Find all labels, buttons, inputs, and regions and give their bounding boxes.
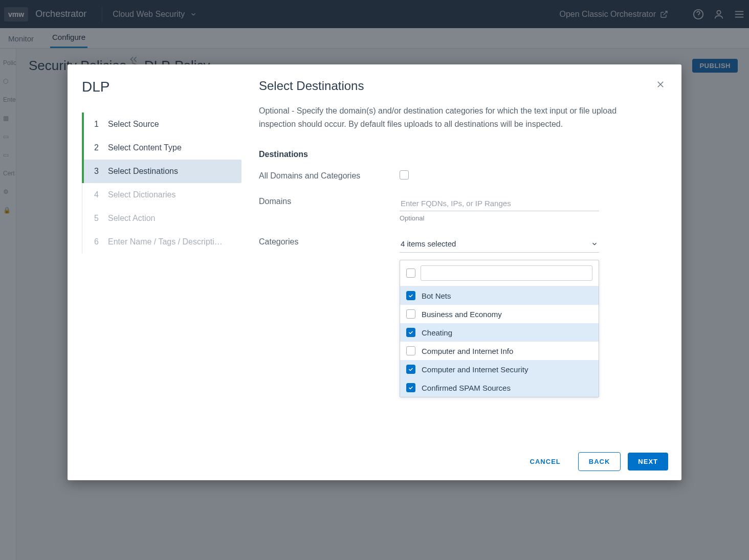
category-item[interactable]: Cheating xyxy=(400,323,599,342)
categories-dropdown: Bot NetsBusiness and EconomyCheatingComp… xyxy=(400,260,599,397)
modal-footer: CANCEL BACK NEXT xyxy=(241,442,681,480)
step-label: Select Content Type xyxy=(108,143,182,152)
category-checkbox[interactable] xyxy=(406,309,415,319)
all-domains-checkbox[interactable] xyxy=(400,170,409,180)
domains-input[interactable] xyxy=(400,196,599,211)
panel-title: Select Destinations xyxy=(259,79,664,93)
step-number: 1 xyxy=(92,120,99,129)
modal: DLP 1Select Source2Select Content Type3S… xyxy=(68,64,681,480)
category-checkbox[interactable] xyxy=(406,291,415,300)
category-item[interactable]: Business and Economy xyxy=(400,305,599,323)
step-number: 6 xyxy=(92,237,99,247)
category-label: Business and Economy xyxy=(422,310,502,319)
step-label: Select Destinations xyxy=(108,167,178,176)
category-label: Computer and Internet Info xyxy=(422,347,513,355)
section-label: Destinations xyxy=(259,150,664,159)
step-number: 5 xyxy=(92,214,99,223)
step-label: Select Source xyxy=(108,120,159,129)
category-item[interactable]: Confirmed SPAM Sources xyxy=(400,378,599,397)
close-icon[interactable] xyxy=(656,80,665,89)
category-checkbox[interactable] xyxy=(406,346,415,355)
domains-label: Domains xyxy=(259,196,400,206)
step-number: 2 xyxy=(92,143,99,152)
next-button[interactable]: NEXT xyxy=(628,453,668,471)
domains-hint: Optional xyxy=(400,214,599,222)
category-item[interactable]: Computer and Internet Security xyxy=(400,360,599,378)
back-button[interactable]: BACK xyxy=(578,452,621,471)
category-search-input[interactable] xyxy=(421,265,592,281)
category-label: Cheating xyxy=(422,328,452,337)
select-all-checkbox[interactable] xyxy=(406,268,415,278)
categories-label: Categories xyxy=(259,236,400,247)
modal-overlay: DLP 1Select Source2Select Content Type3S… xyxy=(0,0,749,560)
categories-summary: 4 items selected xyxy=(401,239,456,248)
wizard-step[interactable]: 4Select Dictionaries xyxy=(82,183,241,207)
wizard-step[interactable]: 6Enter Name / Tags / Descripti… xyxy=(82,230,241,254)
category-checkbox[interactable] xyxy=(406,328,415,337)
categories-select[interactable]: 4 items selected xyxy=(400,236,599,253)
wizard-step[interactable]: 3Select Destinations xyxy=(82,160,241,183)
category-label: Bot Nets xyxy=(422,292,451,300)
category-item[interactable]: Computer and Internet Info xyxy=(400,342,599,360)
category-label: Confirmed SPAM Sources xyxy=(422,384,511,392)
cancel-button[interactable]: CANCEL xyxy=(520,453,571,471)
chevron-down-icon xyxy=(591,240,598,248)
step-label: Select Action xyxy=(108,214,156,223)
wizard-step[interactable]: 5Select Action xyxy=(82,207,241,230)
step-label: Select Dictionaries xyxy=(108,190,176,199)
wizard-title: DLP xyxy=(82,79,241,95)
category-label: Computer and Internet Security xyxy=(422,365,528,374)
wizard-sidebar: DLP 1Select Source2Select Content Type3S… xyxy=(68,64,241,480)
step-label: Enter Name / Tags / Descripti… xyxy=(108,237,223,247)
category-checkbox[interactable] xyxy=(406,365,415,374)
wizard-step[interactable]: 1Select Source xyxy=(82,113,241,136)
step-number: 3 xyxy=(92,167,99,176)
panel-description: Optional - Specify the domain(s) and/or … xyxy=(259,104,637,130)
category-item[interactable]: Bot Nets xyxy=(400,286,599,305)
wizard-step[interactable]: 2Select Content Type xyxy=(82,136,241,160)
category-checkbox[interactable] xyxy=(406,383,415,392)
step-number: 4 xyxy=(92,190,99,199)
all-domains-label: All Domains and Categories xyxy=(259,170,400,181)
wizard-panel: Select Destinations Optional - Specify t… xyxy=(241,64,681,480)
